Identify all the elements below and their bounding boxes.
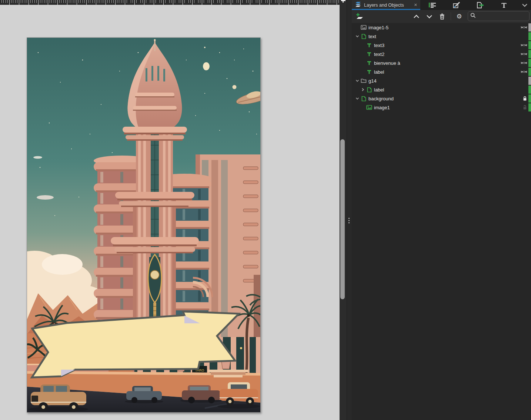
layer-label[interactable]: g14 xyxy=(368,78,377,84)
layer-icon xyxy=(360,96,367,101)
align-distribute-tab[interactable] xyxy=(427,1,439,9)
hidden-eye-icon[interactable] xyxy=(521,52,527,56)
layer-row[interactable]: g14 xyxy=(352,76,531,85)
toolbar-separator xyxy=(451,12,451,20)
layer-highlight-strip[interactable] xyxy=(528,86,531,94)
layer-highlight-strip[interactable] xyxy=(528,77,531,85)
text-icon xyxy=(365,51,373,57)
layer-label[interactable]: image1-5 xyxy=(368,25,388,30)
panel-splitter[interactable] xyxy=(347,0,352,420)
fill-stroke-tab[interactable] xyxy=(450,1,463,9)
layer-icon xyxy=(365,87,373,93)
layer-highlight-strip[interactable] xyxy=(528,23,531,31)
layer-label[interactable]: background xyxy=(368,96,394,101)
add-layer-button[interactable] xyxy=(354,11,365,21)
text-icon xyxy=(365,69,373,75)
scrollbar-top-arrow[interactable] xyxy=(341,0,345,1)
layer-label[interactable]: text xyxy=(368,34,376,39)
layer-highlight-strip[interactable] xyxy=(528,68,531,76)
layer-highlight-strip[interactable] xyxy=(528,50,531,58)
layer-row[interactable]: image1-5 xyxy=(352,23,531,32)
text-font-tab[interactable] xyxy=(498,1,510,9)
inkscape-window: TARO xyxy=(0,0,531,420)
chevron-spacer xyxy=(355,25,360,30)
layer-highlight-strip[interactable] xyxy=(528,59,531,67)
layer-label[interactable]: bienvenue à xyxy=(374,60,400,66)
dialog-tabbar: Layers and Objects ✕ xyxy=(352,0,531,10)
layer-row[interactable]: text3 xyxy=(352,41,531,50)
layer-label[interactable]: label xyxy=(374,87,384,93)
hidden-eye-icon[interactable] xyxy=(521,70,527,74)
chevron-spacer xyxy=(360,69,365,74)
artwork-image: TARO xyxy=(27,38,260,412)
tab-layers-and-objects[interactable]: Layers and Objects ✕ xyxy=(352,0,420,10)
expand-chevron-icon[interactable] xyxy=(355,78,360,83)
chevron-spacer xyxy=(360,105,365,110)
layer-row[interactable]: image1 xyxy=(352,103,531,112)
chevron-spacer xyxy=(360,60,365,66)
hidden-eye-icon[interactable] xyxy=(521,61,527,65)
folder-icon xyxy=(360,78,367,84)
layer-icon xyxy=(360,33,367,39)
layer-list: image1-5texttext3text2bienvenue àlabelg1… xyxy=(352,23,531,420)
layer-highlight-strip[interactable] xyxy=(528,94,531,103)
document-page[interactable]: TARO xyxy=(27,37,261,413)
search-icon xyxy=(470,13,476,20)
image-icon xyxy=(360,24,367,30)
layers-stack-icon xyxy=(355,1,361,9)
chevron-spacer xyxy=(360,43,365,48)
layer-row[interactable]: label xyxy=(352,67,531,76)
horizontal-ruler[interactable] xyxy=(0,0,340,5)
raise-layer-button[interactable] xyxy=(411,11,421,21)
delete-layer-button[interactable] xyxy=(437,11,447,21)
hidden-eye-icon[interactable] xyxy=(521,43,527,47)
expand-chevron-icon[interactable] xyxy=(360,87,365,92)
chevron-spacer xyxy=(360,51,365,57)
text-icon xyxy=(365,42,373,48)
hidden-eye-icon[interactable] xyxy=(521,26,527,29)
layers-toolbar: ⚙ xyxy=(352,10,531,23)
tab-close-icon[interactable]: ✕ xyxy=(414,3,417,7)
unlock-icon[interactable] xyxy=(522,105,527,110)
layer-row[interactable]: text xyxy=(352,32,531,41)
layer-row[interactable]: bienvenue à xyxy=(352,59,531,67)
lower-layer-button[interactable] xyxy=(424,11,434,21)
layer-label[interactable]: text2 xyxy=(374,51,384,57)
more-dialogs-chevron[interactable] xyxy=(518,1,531,9)
layer-highlight-strip[interactable] xyxy=(528,32,531,40)
layer-row[interactable]: label xyxy=(352,85,531,94)
layer-settings-gear-icon[interactable]: ⚙ xyxy=(454,11,464,21)
layer-row[interactable]: text2 xyxy=(352,50,531,59)
image-icon xyxy=(365,104,373,110)
layer-row[interactable]: background xyxy=(352,94,531,103)
layer-label[interactable]: label xyxy=(374,69,384,75)
search-input[interactable] xyxy=(477,13,527,19)
dialogs-dock-panel: Layers and Objects ✕ xyxy=(352,0,531,420)
splitter-grip-icon[interactable] xyxy=(348,218,350,223)
expand-chevron-icon[interactable] xyxy=(355,96,360,101)
expand-chevron-icon[interactable] xyxy=(355,34,360,39)
layer-label[interactable]: image1 xyxy=(374,105,390,110)
layer-highlight-strip[interactable] xyxy=(528,103,531,111)
text-icon xyxy=(365,60,373,66)
layer-highlight-strip[interactable] xyxy=(528,41,531,49)
lock-icon[interactable] xyxy=(522,96,527,101)
export-tab[interactable] xyxy=(474,1,487,9)
vertical-scrollbar-thumb[interactable] xyxy=(340,139,345,299)
layer-search-box[interactable] xyxy=(468,11,530,21)
layer-label[interactable]: text3 xyxy=(374,43,384,48)
tab-label: Layers and Objects xyxy=(364,3,411,8)
